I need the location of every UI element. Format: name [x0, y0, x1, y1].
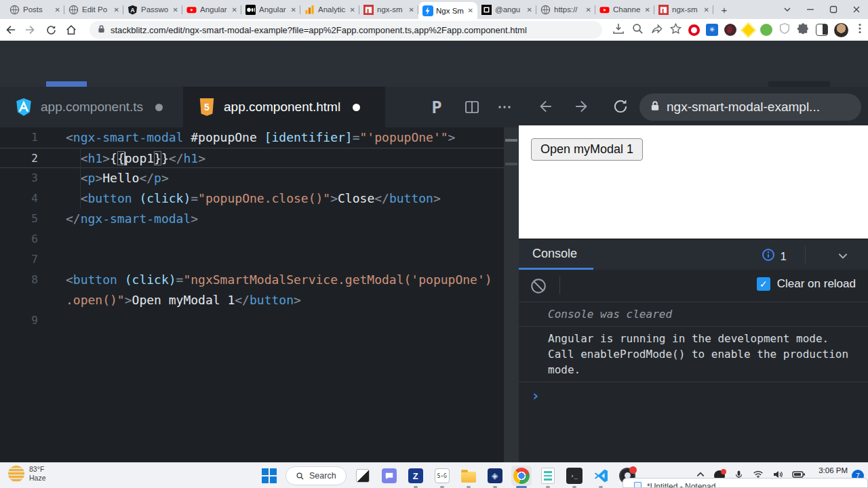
taskbar-icon-teams-chat[interactable] — [379, 466, 399, 486]
back-button[interactable] — [0, 20, 20, 39]
line-number: 3 — [0, 168, 38, 188]
tab-close-icon[interactable]: ✕ — [173, 6, 178, 14]
taskbar-weather-widget[interactable]: 83°F Haze — [8, 465, 46, 483]
browser-tab-4[interactable]: Angular ✕ — [241, 0, 300, 19]
info-icon — [762, 248, 775, 265]
preview-url-bar[interactable]: ngx-smart-modal-exampl... — [639, 94, 861, 121]
preview-pane: ngx-smart-modal-exampl... Open myModal 1… — [519, 87, 868, 462]
reload-button[interactable] — [41, 20, 61, 39]
clear-console-button[interactable] — [530, 277, 547, 298]
tab-close-icon[interactable]: ✕ — [232, 6, 237, 14]
stackblitz-header: EditorPreviewBoth — [0, 41, 868, 87]
browser-tab-10[interactable]: Channe ✕ — [595, 0, 654, 19]
tab-label: Analytic — [318, 5, 347, 14]
taskbar-icon-chrome[interactable] — [511, 466, 532, 486]
split-view-button[interactable] — [457, 87, 487, 127]
more-options-button[interactable] — [490, 87, 519, 127]
console-collapse-chevron-icon[interactable] — [837, 249, 849, 264]
tab-label: Ngx Sm — [436, 7, 465, 15]
bookmark-star-icon[interactable] — [669, 22, 682, 38]
tab-close-icon[interactable]: ✕ — [704, 6, 709, 14]
code-line: 7 — [0, 249, 504, 270]
console-prompt-chevron[interactable]: › — [531, 387, 540, 404]
open-mymodal-button[interactable]: Open myModal 1 — [531, 138, 643, 161]
taskbar-icon-snip-tool[interactable]: S›G — [432, 466, 452, 486]
editor-tab-app.component.ts[interactable]: app.component.ts — [0, 87, 183, 127]
profile-avatar-icon[interactable] — [834, 23, 848, 37]
taskbar-icon-notepad[interactable] — [538, 466, 558, 486]
taskbar-search[interactable]: Search — [285, 466, 347, 485]
browser-tab-8[interactable]: @angu ✕ — [477, 0, 536, 19]
preview-back-button[interactable] — [526, 98, 564, 115]
new-tab-button[interactable]: + — [717, 3, 731, 17]
preview-body: Open myModal 1 — [519, 125, 868, 239]
taskbar-icon-task-view[interactable] — [353, 466, 373, 486]
url-text: stackblitz.com/edit/ngx-smart-modal-exam… — [111, 25, 527, 35]
console-header: Console 1 — [519, 239, 868, 270]
taskbar-icon-file-explorer[interactable] — [458, 466, 479, 486]
ext-opera-icon[interactable] — [688, 24, 700, 36]
minimize-button[interactable] — [799, 0, 822, 19]
browser-tab-5[interactable]: Analytic ✕ — [300, 0, 359, 19]
line-number: 9 — [0, 310, 38, 331]
editor-tab-app.component.html[interactable]: 5 app.component.html — [183, 87, 385, 127]
forward-button[interactable] — [20, 20, 41, 39]
tab-close-icon[interactable]: ✕ — [586, 6, 591, 14]
console-tab[interactable]: Console — [532, 247, 577, 261]
browser-tab-0[interactable]: Posts ✕ — [5, 0, 64, 19]
editor-pane: app.component.ts 5 app.component.html P … — [0, 87, 519, 462]
home-button[interactable] — [61, 20, 81, 39]
extensions-puzzle-icon[interactable] — [797, 22, 810, 38]
tab-close-icon[interactable]: ✕ — [114, 6, 119, 14]
browser-tab-7[interactable]: Ngx Sm ✕ — [418, 2, 477, 19]
tab-label: Angular — [259, 5, 288, 14]
ext-blue-icon[interactable]: ✳ — [706, 24, 718, 36]
ext-bw-icon[interactable] — [816, 24, 828, 36]
preview-forward-button[interactable] — [564, 98, 601, 115]
tab-close-icon[interactable]: ✕ — [468, 7, 473, 14]
tab-search-chevron-icon[interactable] — [776, 0, 799, 19]
code-line: 4 <button (click)="popupOne.close()">Clo… — [0, 188, 504, 209]
clear-on-reload-checkbox[interactable]: ✓ — [757, 277, 770, 291]
tab-close-icon[interactable]: ✕ — [350, 6, 355, 14]
taskbar-icon-terminal[interactable]: ›_ — [564, 466, 585, 486]
tab-close-icon[interactable]: ✕ — [645, 6, 650, 14]
browser-tab-3[interactable]: Angular ✕ — [182, 0, 241, 19]
tab-close-icon[interactable]: ✕ — [55, 6, 60, 14]
browser-tab-2[interactable]: A Passwo ✕ — [123, 0, 182, 19]
preview-url-text: ngx-smart-modal-exampl... — [667, 100, 820, 115]
code-line-wrap: .open()">Open myModal 1</button> — [0, 290, 504, 310]
browser-tab-1[interactable]: Edit Po ✕ — [64, 0, 123, 19]
code-editor[interactable]: 1 <ngx-smart-modal #popupOne [identifier… — [0, 127, 504, 462]
close-window-button[interactable] — [845, 0, 868, 19]
send-to-device-icon[interactable] — [612, 22, 625, 38]
taskbar-icon-defender-app[interactable]: ◈ — [485, 466, 505, 486]
editor-scrollbar[interactable] — [504, 127, 519, 462]
editor-tabs: app.component.ts 5 app.component.html — [0, 87, 385, 127]
tab-label: @angu — [495, 5, 524, 14]
tab-close-icon[interactable]: ✕ — [527, 6, 532, 14]
share-icon[interactable] — [650, 22, 663, 38]
divider — [805, 246, 806, 264]
browser-tab-6[interactable]: ngx-sm ✕ — [359, 0, 418, 19]
ext-dark-icon[interactable] — [724, 24, 736, 36]
browser-tab-9[interactable]: https:// ✕ — [536, 0, 595, 19]
tab-close-icon[interactable]: ✕ — [409, 6, 414, 14]
ext-adblock-icon[interactable] — [742, 24, 754, 36]
maximize-button[interactable] — [822, 0, 845, 19]
tab-close-icon[interactable]: ✕ — [291, 6, 296, 14]
ext-shield-icon[interactable] — [778, 22, 791, 37]
zoom-search-icon[interactable] — [631, 22, 644, 38]
menu-kebab-icon[interactable] — [854, 22, 865, 37]
windows-start-button[interactable] — [259, 466, 279, 486]
url-bar[interactable]: stackblitz.com/edit/ngx-smart-modal-exam… — [90, 21, 602, 39]
taskbar-icon-z-app[interactable]: Z — [406, 466, 426, 486]
prettier-button[interactable]: P — [422, 87, 452, 127]
taskbar-icon-vscode[interactable] — [591, 466, 611, 486]
line-number: 2 — [0, 148, 38, 167]
tab-label: Edit Po — [82, 5, 111, 14]
browser-tab-11[interactable]: ngx-sm ✕ — [654, 0, 713, 19]
preview-reload-button[interactable] — [601, 98, 639, 115]
taskbar-preview-tooltip: *Untitled - Notepad — [623, 478, 868, 488]
ext-green-icon[interactable] — [760, 24, 772, 36]
